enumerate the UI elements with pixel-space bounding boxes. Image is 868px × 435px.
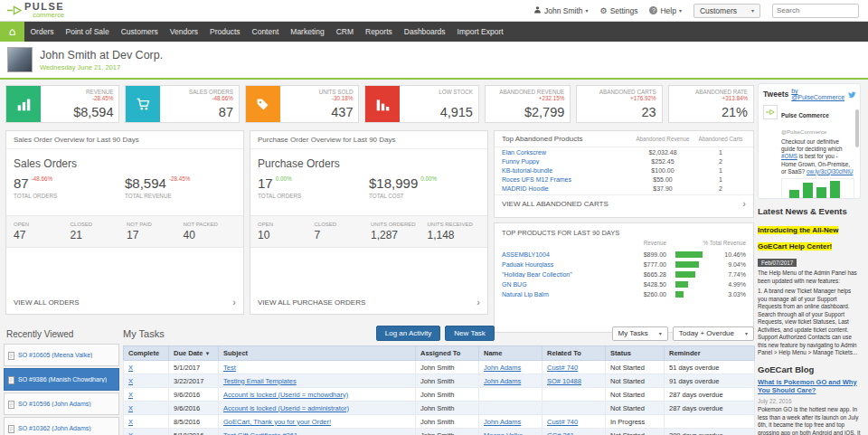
top-product-row: Paduak Hourglass $777.00 9.04% [495, 260, 753, 270]
search-input[interactable] [772, 4, 859, 18]
user-avatar [7, 47, 33, 72]
recent-item-selected[interactable]: SO #9386 (Manish Chowdhary) [4, 368, 119, 391]
product-link[interactable]: Funny Puppy [502, 158, 630, 165]
kpi-low-stock[interactable]: LOW STOCK 4,915 [364, 85, 478, 123]
complete-task-link[interactable]: X [128, 404, 133, 412]
product-link[interactable]: MADRID Hoodie [502, 185, 630, 192]
task-related-link[interactable]: Cust# 740 [547, 418, 578, 426]
scope-dropdown[interactable]: Customers ▾ [693, 4, 760, 18]
task-related-link[interactable]: SO# 10488 [547, 377, 581, 385]
page-title: John Smith at Dev Corp. [40, 49, 163, 61]
product-link[interactable]: "Holiday Bear Collection" [502, 271, 612, 278]
nav-orders[interactable]: Orders [24, 22, 60, 42]
tweets-by-link[interactable]: by @PulseCommerce [791, 88, 844, 100]
new-task-button[interactable]: New Task [445, 326, 495, 341]
task-related-link[interactable]: Cust# 740 [547, 364, 578, 372]
pulse-commerce-logo[interactable]: PULSE commerce [7, 2, 64, 19]
task-subject-link[interactable]: Testing Email Templates [223, 377, 297, 385]
tweet[interactable]: Pulse Commerce @PulseCommerce Checkout o… [763, 105, 854, 199]
recent-item[interactable]: SO #10605 (Meena Valke) [4, 344, 119, 366]
task-range-dropdown[interactable]: Today + Overdue ▾ [673, 326, 754, 341]
nav-import-export[interactable]: Import Export [451, 22, 509, 42]
task-related-link[interactable]: GC# 261 [547, 431, 574, 435]
log-activity-button[interactable]: Log an Activity [376, 326, 441, 341]
task-name-link[interactable]: John Adams [484, 418, 521, 426]
top-products-panel: TOP PRODUCTS FOR LAST 90 DAYS Revenue % … [494, 222, 754, 333]
kpi-abandoned-carts[interactable]: ABANDONED CARTS +176.92% 23 [576, 85, 662, 123]
nav-content[interactable]: Content [246, 22, 285, 42]
hashtag-link[interactable]: #OMS [781, 153, 797, 159]
blog-post-link[interactable]: What is Pokemon GO and Why You Should Ca… [758, 378, 861, 396]
col-due-date[interactable]: Due Date▼ [169, 346, 219, 361]
kpi-sales-orders[interactable]: SALES ORDERS -48.66% 87 [125, 85, 239, 123]
task-row[interactable]: X 8/5/2016 GoECart, Thank you for your O… [124, 415, 755, 429]
tweets-scrollbar[interactable] [855, 109, 859, 147]
view-all-abandoned-carts-link[interactable]: VIEW ALL ABANDONED CARTS › [495, 194, 753, 213]
task-row[interactable]: X 3/22/2017 Testing Email Templates John… [124, 374, 755, 388]
news-headline-link[interactable]: Introducing the All-New GoECart Help Cen… [758, 226, 838, 251]
kpi-abandoned-revenue[interactable]: ABANDONED REVENUE +232.15% $2,799 [485, 85, 571, 123]
task-name-link[interactable]: John Adams [484, 377, 521, 385]
kpi-value: 21% [722, 105, 748, 119]
col-name[interactable]: Name [479, 346, 542, 361]
col-complete[interactable]: Complete [124, 346, 169, 361]
kpi-revenue[interactable]: REVENUE -28.45% $8,594 [5, 85, 119, 123]
view-all-purchase-orders-link[interactable]: VIEW ALL PURCHASE ORDERS › [250, 291, 487, 314]
tweet-url-link[interactable]: ow.ly/3cQl30cINtU [807, 168, 853, 175]
nav-marketing[interactable]: Marketing [285, 22, 330, 42]
task-row[interactable]: X 9/6/2016 Account is locked (Userid = a… [124, 402, 755, 415]
task-subject-link[interactable]: Test [223, 364, 236, 372]
complete-task-link[interactable]: X [128, 377, 133, 385]
complete-task-link[interactable]: X [128, 364, 133, 372]
help-menu[interactable]: ? Help ▾ [649, 6, 682, 15]
view-all-orders-link[interactable]: VIEW ALL ORDERS › [6, 291, 243, 314]
product-link[interactable]: GN BUG [502, 281, 612, 288]
nav-home-tab[interactable]: ⌂ [0, 22, 24, 42]
recent-item[interactable]: SO #10362 (John Adams) [4, 417, 119, 435]
col-reminder[interactable]: Reminder [665, 346, 755, 361]
task-subject-link[interactable]: Test Gift Certificate #261 [223, 431, 297, 435]
user-menu[interactable]: John Smith ▾ [533, 5, 589, 15]
task-subject-link[interactable]: Account is locked (Userid = administrato… [223, 404, 349, 412]
complete-task-link[interactable]: X [128, 431, 133, 435]
complete-task-link[interactable]: X [128, 391, 133, 399]
col-assigned-to[interactable]: Assigned To [416, 346, 479, 361]
complete-task-link[interactable]: X [128, 418, 133, 426]
nav-crm[interactable]: CRM [330, 22, 359, 42]
recent-item[interactable]: SO #10596 (John Adams) [4, 392, 119, 415]
tweet-media-image[interactable] [781, 178, 854, 199]
product-link[interactable]: Natural Lip Balm [502, 291, 612, 298]
nav-dashboards[interactable]: Dashboards [398, 22, 451, 42]
kpi-abandoned-rate[interactable]: ABANDONED RATE +313.84% 21% [668, 85, 754, 123]
nav-products[interactable]: Products [203, 22, 246, 42]
revenue-bar [675, 251, 703, 258]
col-related-to[interactable]: Related To [542, 346, 606, 361]
stat-label: CLOSED [315, 222, 368, 227]
task-subject-link[interactable]: GoECart, Thank you for your Order! [223, 418, 331, 426]
nav-reports[interactable]: Reports [360, 22, 399, 42]
task-subject-link[interactable]: Account is locked (Userid = mchowdhary) [223, 391, 348, 399]
task-row[interactable]: X 5/1/2017 Test John Smith John Adams Cu… [124, 361, 755, 374]
task-row[interactable]: X 9/6/2016 Account is locked (Userid = m… [124, 388, 755, 402]
task-name-link[interactable]: Meena Valke [484, 431, 523, 435]
product-link[interactable]: Roces UFS M12 Frames [502, 176, 630, 183]
task-name-link[interactable]: John Adams [484, 364, 521, 372]
brand-subname: commerce [33, 12, 64, 19]
nav-vendors[interactable]: Vendors [164, 22, 203, 42]
tweets-title: Tweets [763, 90, 788, 99]
col-subject[interactable]: Subject [219, 346, 416, 361]
product-link[interactable]: Elan Corkscrew [502, 149, 630, 156]
abandoned-carts-value: 1 [695, 167, 746, 174]
kpi-units-sold[interactable]: UNITS SOLD -30.18% 437 [245, 85, 359, 123]
product-link[interactable]: Paduak Hourglass [502, 261, 612, 268]
product-link[interactable]: ASSEMBLY1004 [502, 251, 612, 258]
product-link[interactable]: KB-tutorial-bundle [502, 167, 630, 174]
task-row[interactable]: X 5/18/2016 Test Gift Certificate #261 J… [124, 429, 755, 435]
abandoned-revenue-value: $100.00 [630, 167, 695, 174]
task-scope-dropdown[interactable]: My Tasks ▾ [612, 326, 668, 341]
nav-point-of-sale[interactable]: Point of Sale [60, 22, 115, 42]
col-status[interactable]: Status [606, 346, 665, 361]
settings-menu[interactable]: ⚙ Settings [600, 6, 638, 15]
nav-customers[interactable]: Customers [115, 22, 164, 42]
stat-value: 1,148 [428, 229, 481, 241]
